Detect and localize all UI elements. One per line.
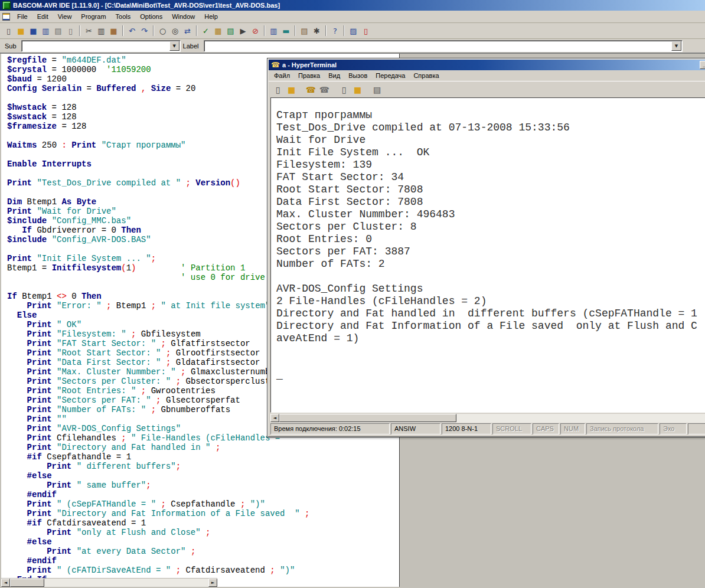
ht-properties-icon[interactable]: ▤ [370, 83, 384, 96]
terminal-line: Старт программы [276, 109, 705, 122]
terminal-line: Filesystem: 139 [276, 159, 705, 171]
toolbar-separator [122, 25, 123, 36]
menu-edit[interactable]: Edit [32, 11, 53, 22]
terminal-line [276, 357, 705, 370]
terminal-line: Directory and Fat handled in different b… [276, 308, 705, 320]
terminal-emulator-icon[interactable]: ▥ [267, 25, 280, 37]
ht-call-icon[interactable]: ☎ [304, 83, 318, 96]
syntax-check-icon[interactable]: ✓ [200, 25, 212, 37]
terminal-line: Data First Sector: 7808 [276, 196, 705, 208]
terminal-text: Старт программыTest_Dos_Drive compiled a… [271, 98, 705, 382]
terminal-line: FAT Start Sector: 34 [276, 171, 705, 184]
label-combo-dropdown-icon[interactable]: ▼ [671, 41, 681, 51]
code-line: Print " (cSepFATHandle = " ; Csepfathand… [7, 499, 399, 509]
open-file-icon[interactable]: ■ [15, 25, 27, 37]
bascom-avr-ide-window: BASCOM-AVR IDE [1.11.9.0] - [C:\Data\Min… [0, 0, 705, 588]
editor-scroll-right-icon[interactable]: ► [208, 579, 217, 587]
sub-combo-dropdown-icon[interactable]: ▼ [169, 41, 179, 51]
hyperterminal-title-bar[interactable]: ☎ a - HyperTerminal _ □ × [269, 60, 705, 70]
ht-hangup-icon[interactable]: ☎ [318, 83, 331, 96]
editor-document-icon[interactable] [2, 13, 10, 21]
terminal-line: Number of FATs: 2 [276, 258, 705, 270]
terminal-line: Wait for Drive [276, 134, 705, 146]
terminal-line: Max. Cluster Nummber: 496483 [276, 208, 705, 221]
toolbar-separator [325, 25, 327, 36]
ht-menu-transfer[interactable]: Передача [371, 71, 409, 80]
terminal-scroll-left-icon[interactable]: ◄ [270, 414, 279, 422]
code-line: Print "at every Data Sector" ; [7, 547, 399, 556]
menu-window[interactable]: Window [167, 11, 200, 22]
save-all-icon[interactable]: ▥ [40, 25, 52, 37]
program-chip-icon[interactable]: ⊘ [249, 25, 262, 37]
terminal-screen[interactable]: Старт программыTest_Dos_Drive compiled a… [270, 97, 705, 413]
editor-scroll-left-icon[interactable]: ◄ [1, 579, 10, 587]
terminal-hscroll-track[interactable] [456, 414, 705, 423]
editor-hscrollbar[interactable]: ◄ ► [1, 578, 217, 587]
redo-icon[interactable]: ↷ [138, 25, 151, 37]
sub-label: Sub [5, 43, 17, 50]
replace-icon[interactable]: ⇄ [181, 25, 194, 37]
ht-menu-file[interactable]: Файл [270, 71, 294, 80]
terminal-hscroll-thumb[interactable] [279, 414, 456, 422]
save-icon[interactable]: ■ [27, 25, 40, 37]
terminal-line: AVR-DOS_Config Settings [276, 283, 705, 295]
window-title: BASCOM-AVR IDE [1.11.9.0] - [C:\Data\Min… [13, 2, 280, 9]
lcd-designer-icon[interactable]: ▬ [280, 25, 292, 37]
paste-icon[interactable]: ■ [107, 25, 120, 37]
hyperterminal-menu-bar: ФайлПравкаВидВызовПередачаСправка [269, 70, 705, 81]
label-combobox[interactable]: ▼ [204, 40, 683, 52]
menu-help[interactable]: Help [200, 11, 223, 22]
hyperterminal-title: a - HyperTerminal [282, 61, 337, 68]
ht-menu-view[interactable]: Вид [324, 71, 344, 80]
status-scroll-lock: SCROLL [492, 423, 531, 435]
copy-icon[interactable]: ▥ [95, 25, 107, 37]
library-manager-icon[interactable]: ▤ [298, 25, 311, 37]
menu-file[interactable]: File [12, 11, 32, 22]
undo-icon[interactable]: ↶ [126, 25, 138, 37]
terminal-hscrollbar[interactable]: ◄ [270, 414, 705, 423]
ht-menu-edit[interactable]: Правка [294, 71, 324, 80]
ht-open-icon[interactable]: ■ [285, 83, 298, 96]
options-icon[interactable]: ✱ [311, 25, 323, 37]
menu-tools[interactable]: Tools [111, 11, 136, 22]
plugin-icon[interactable]: ▨ [347, 25, 360, 37]
menu-view[interactable]: View [53, 11, 77, 22]
editor-hscroll-track[interactable] [44, 579, 208, 587]
find-next-icon[interactable]: ◎ [169, 25, 181, 37]
bascom-app-icon [2, 1, 11, 9]
status-emulation: ANSIW [391, 423, 440, 435]
minimize-button[interactable]: _ [700, 61, 705, 69]
ht-send-icon[interactable]: ▯ [337, 83, 351, 96]
code-line: #else [7, 537, 399, 547]
simulate-icon[interactable]: ▶ [237, 25, 249, 37]
status-connect-time: Время подключения: 0:02:15 [270, 423, 390, 435]
ht-new-icon[interactable]: ▯ [271, 83, 285, 96]
cut-icon[interactable]: ✂ [83, 25, 95, 37]
menu-program[interactable]: Program [76, 11, 110, 22]
ht-menu-help[interactable]: Справка [409, 71, 443, 80]
terminal-line: Root Entries: 0 [276, 233, 705, 246]
status-num-lock: NUM [560, 423, 585, 435]
compile-icon[interactable]: ▦ [212, 25, 224, 37]
ht-receive-icon[interactable]: ■ [351, 83, 364, 96]
print-icon[interactable]: ▤ [52, 25, 64, 37]
code-line: #if Cfatdirsaveatend = 1 [7, 518, 399, 528]
code-line: #if Csepfathandle = 1 [7, 452, 399, 462]
ht-menu-call[interactable]: Вызов [344, 71, 371, 80]
editor-hscroll-thumb[interactable] [10, 579, 44, 587]
title-bar[interactable]: BASCOM-AVR IDE [1.11.9.0] - [C:\Data\Min… [0, 0, 705, 11]
find-icon[interactable]: ○ [156, 25, 169, 37]
pdf-manual-icon[interactable]: ▯ [360, 25, 372, 37]
print-preview-icon[interactable]: ▯ [64, 25, 77, 37]
mdi-area: $regfile = "m644DEF.dat"$crystal = 10000… [0, 53, 705, 588]
new-file-icon[interactable]: ▯ [2, 25, 15, 37]
terminal-line: Directory and Fat Information of a File … [276, 320, 705, 332]
show-result-icon[interactable]: ▤ [224, 25, 237, 37]
toolbar-separator [344, 25, 345, 36]
window-controls: _ □ × [700, 61, 705, 69]
menu-options[interactable]: Options [135, 11, 167, 22]
hyperterminal-window[interactable]: ☎ a - HyperTerminal _ □ × ФайлПравкаВидВ… [267, 58, 705, 437]
status-caps-lock: CAPS [533, 423, 559, 435]
sub-combobox[interactable]: ▼ [21, 40, 181, 52]
help-contents-icon[interactable]: ? [329, 25, 341, 37]
